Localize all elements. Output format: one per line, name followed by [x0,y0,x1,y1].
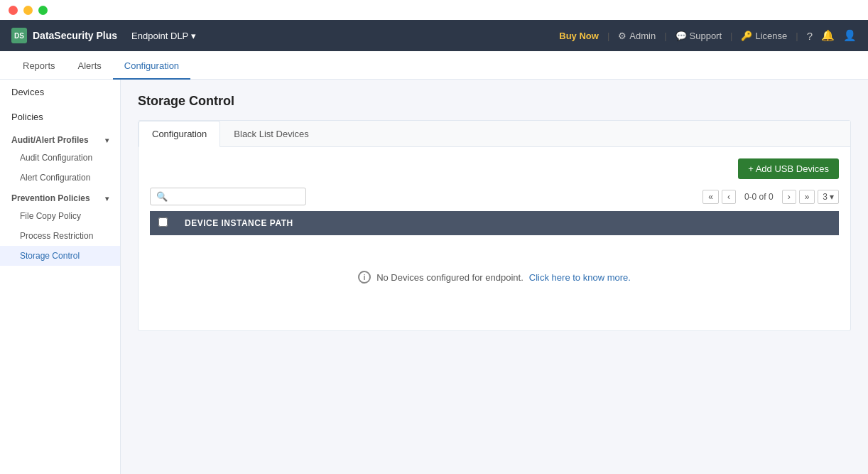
pagination: « ‹ 0-0 of 0 › » 3 ▾ [702,190,839,204]
top-nav-left: DS DataSecurity Plus Endpoint DLP ▾ [11,28,196,43]
brand-icon: DS [11,28,27,43]
card-tabs: Configuration Black List Devices [139,121,850,147]
endpoint-label: Endpoint DLP [131,31,188,41]
know-more-link[interactable]: Click here to know more. [529,272,631,283]
tab-reports[interactable]: Reports [11,53,67,80]
card-content: + Add USB Devices 🔍 « ‹ 0-0 of 0 › » [139,147,850,330]
per-page-chevron-icon: ▾ [830,192,834,202]
tab-configuration[interactable]: Configuration [113,53,190,80]
admin-icon: ⚙ [618,31,626,41]
support-link[interactable]: 💬 Support [676,31,722,41]
notifications-icon[interactable]: 🔔 [821,29,835,42]
card-tab-blacklist[interactable]: Black List Devices [220,121,322,147]
add-usb-button[interactable]: + Add USB Devices [738,158,839,179]
user-icon[interactable]: 👤 [843,29,857,42]
sidebar-item-policies[interactable]: Policies [0,104,120,129]
search-pagination-row: 🔍 « ‹ 0-0 of 0 › » 3 ▾ [150,188,839,205]
per-page-value: 3 [823,192,828,202]
content-card: Configuration Black List Devices + Add U… [138,120,851,331]
brand-name: DataSecurity Plus [33,30,117,41]
separator4: | [796,31,798,41]
title-bar [0,0,868,20]
sidebar-subitem-audit-config[interactable]: Audit Configuration [0,148,120,168]
license-link[interactable]: 🔑 License [741,31,787,41]
main-content: Storage Control Configuration Black List… [121,80,868,474]
page-title: Storage Control [138,94,851,109]
support-icon: 💬 [676,31,687,41]
tab-alerts[interactable]: Alerts [67,53,113,80]
prevention-chevron-icon: ▾ [105,195,109,203]
sidebar-item-devices[interactable]: Devices [0,80,120,104]
search-input[interactable] [170,191,300,202]
help-icon[interactable]: ? [807,30,813,42]
minimize-button[interactable] [23,6,33,15]
select-all-checkbox[interactable] [158,217,168,227]
search-icon: 🔍 [156,191,168,202]
separator2: | [664,31,666,41]
license-icon: 🔑 [741,31,752,41]
empty-message: No Devices configured for endpoint. [376,272,523,283]
audit-chevron-icon: ▾ [105,136,109,144]
top-nav: DS DataSecurity Plus Endpoint DLP ▾ Buy … [0,20,868,51]
prev-page-button[interactable]: ‹ [722,190,736,204]
admin-link[interactable]: ⚙ Admin [618,31,656,41]
sidebar-subitem-alert-config[interactable]: Alert Configuration [0,168,120,188]
top-nav-right: Buy Now | ⚙ Admin | 💬 Support | 🔑 Licens… [559,29,857,42]
separator3: | [730,31,732,41]
select-all-header[interactable] [150,211,176,235]
sidebar-subitem-storage-control[interactable]: Storage Control [0,246,120,266]
last-page-button[interactable]: » [799,190,815,204]
sidebar-section-audit[interactable]: Audit/Alert Profiles ▾ [0,129,120,148]
buy-now-link[interactable]: Buy Now [559,31,599,41]
info-icon: i [358,271,371,284]
sidebar-subitem-file-copy[interactable]: File Copy Policy [0,206,120,226]
sidebar: Devices Policies Audit/Alert Profiles ▾ … [0,80,121,474]
maximize-button[interactable] [38,6,48,15]
separator1: | [607,31,609,41]
page-info: 0-0 of 0 [739,190,779,203]
sidebar-section-prevention[interactable]: Prevention Policies ▾ [0,188,120,206]
per-page-selector[interactable]: 3 ▾ [818,190,839,204]
next-page-button[interactable]: › [782,190,796,204]
empty-state: i No Devices configured for endpoint. Cl… [158,242,830,312]
data-table: DEVICE INSTANCE PATH i No Devices config… [150,211,839,319]
secondary-nav: Reports Alerts Configuration [0,51,868,80]
layout: Devices Policies Audit/Alert Profiles ▾ … [0,80,868,474]
device-instance-path-header: DEVICE INSTANCE PATH [176,211,839,235]
first-page-button[interactable]: « [702,190,719,204]
empty-state-row: i No Devices configured for endpoint. Cl… [150,235,839,319]
endpoint-dropdown-icon: ▾ [191,31,196,41]
brand: DS DataSecurity Plus [11,28,117,43]
sidebar-subitem-process-restriction[interactable]: Process Restriction [0,226,120,246]
card-tab-configuration[interactable]: Configuration [139,121,220,147]
toolbar-row: + Add USB Devices [150,158,839,179]
close-button[interactable] [9,6,18,15]
endpoint-selector[interactable]: Endpoint DLP ▾ [131,31,196,41]
search-box[interactable]: 🔍 [150,188,306,205]
